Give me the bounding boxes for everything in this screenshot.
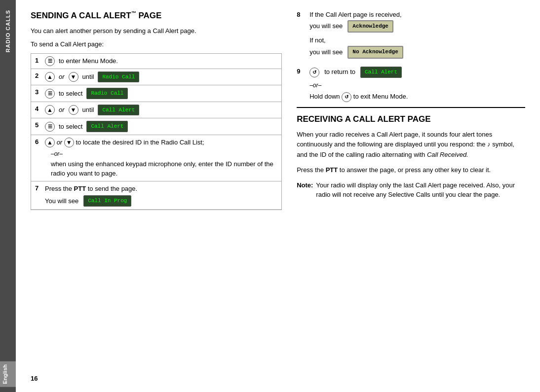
- main-content: SENDING A CALL ALERT™ PAGE You can alert…: [16, 0, 540, 392]
- step-5-text: to select: [59, 122, 82, 132]
- step-9-to-return: to return to: [324, 67, 355, 77]
- arrow-down-icon-6: ▼: [64, 138, 74, 147]
- right-steps: 8 If the Call Alert page is received, yo…: [297, 10, 525, 102]
- call-alert-badge-9: Call Alert: [360, 67, 402, 78]
- arrow-up-icon-4: ▲: [45, 105, 55, 115]
- step-7-inner: Press the PTT to send the page. You will…: [45, 184, 278, 207]
- step-row-2: 2 ▲ or ▼ until Radio Call: [31, 69, 281, 86]
- step-num-5: 5: [31, 118, 42, 132]
- step-num-2: 2: [31, 69, 42, 82]
- step-2-until: until: [82, 72, 94, 82]
- lcd-badge-7: Call In Prog: [83, 195, 131, 207]
- lcd-badge-5: Call Alert: [86, 121, 128, 132]
- sidebar: RADIO CALLS English: [0, 0, 16, 392]
- right-step-content-8: If the Call Alert page is received, you …: [309, 10, 525, 62]
- step-9-line1-row: ↺ to return to Call Alert: [309, 67, 525, 78]
- title-tm: ™: [131, 10, 136, 16]
- step-7-see-label: You will see: [45, 196, 78, 206]
- step-6-or: or: [57, 139, 64, 146]
- step-8-you-will-see-2: you will see: [309, 47, 343, 58]
- step-9-or: –or–: [309, 81, 525, 90]
- step-6-text: to locate the desired ID in the Radio Ca…: [76, 139, 204, 146]
- note-text: Your radio will display only the last Ca…: [316, 180, 525, 200]
- step-6-sub-text: when using the enhanced keypad microphon…: [51, 159, 278, 178]
- acknowledge-badge: Acknowledge: [347, 20, 393, 33]
- sidebar-label: RADIO CALLS: [5, 10, 11, 52]
- step-9-hold-down: Hold down ↺ to exit Menu Mode.: [309, 92, 525, 102]
- step-content-6: ▲ or ▼ to locate the desired ID in the R…: [42, 135, 281, 181]
- step-row-1: 1 ☰ to enter Menu Mode.: [31, 54, 281, 69]
- step-row-5: 5 ☰ to select Call Alert: [31, 118, 281, 135]
- content-columns: SENDING A CALL ALERT™ PAGE You can alert…: [31, 10, 525, 370]
- title-text: SENDING A CALL ALERT: [31, 11, 131, 20]
- step-6-or-line: –or–: [51, 149, 278, 158]
- step-8-line4-row: you will see No Acknowledge: [309, 46, 525, 59]
- step-7-see-row: You will see Call In Prog: [45, 195, 278, 207]
- sidebar-top: RADIO CALLS: [5, 5, 11, 52]
- step-num-1: 1: [31, 54, 42, 67]
- right-step-num-8: 8: [297, 10, 306, 20]
- lcd-badge-2: Radio Call: [98, 71, 139, 83]
- step-2-or: or: [59, 72, 65, 82]
- page-title: SENDING A CALL ALERT™ PAGE: [31, 10, 282, 21]
- right-column: 8 If the Call Alert page is received, yo…: [297, 10, 525, 370]
- step-num-4: 4: [31, 102, 42, 115]
- step-4-until: until: [82, 105, 94, 115]
- step-row-4: 4 ▲ or ▼ until Call Alert: [31, 102, 281, 119]
- right-step-num-9: 9: [297, 67, 306, 77]
- step-content-3: ☰ to select Radio Call: [42, 85, 281, 102]
- arrow-down-icon-2: ▼: [69, 72, 78, 82]
- title-suffix: PAGE: [136, 11, 162, 20]
- arrow-up-icon-6: ▲: [45, 138, 55, 147]
- step-content-1: ☰ to enter Menu Mode.: [42, 54, 281, 69]
- sidebar-bottom-label: English: [0, 361, 16, 387]
- lcd-badge-4: Call Alert: [98, 105, 139, 116]
- no-acknowledge-badge: No Acknowledge: [347, 46, 403, 59]
- arrow-down-icon-4: ▼: [69, 105, 78, 115]
- back-icon-9: ↺: [309, 68, 319, 77]
- back-icon-9b: ↺: [342, 92, 351, 102]
- step-8-line1: If the Call Alert page is received,: [309, 10, 525, 20]
- step-row-3: 3 ☰ to select Radio Call: [31, 85, 281, 102]
- receiving-section-title: RECEIVING A CALL ALERT PAGE: [297, 107, 525, 125]
- step-content-7: Press the PTT to send the page. You will…: [42, 181, 281, 209]
- intro-text-1: You can alert another person by sending …: [31, 26, 282, 36]
- menu-icon-5: ☰: [45, 122, 55, 132]
- arrow-up-icon-2: ▲: [45, 72, 55, 82]
- page-number: 16: [31, 370, 525, 382]
- step-4-or: or: [59, 105, 65, 115]
- step-row-7: 7 Press the PTT to send the page. You wi…: [31, 181, 281, 210]
- step-7-text: Press the PTT to send the page.: [45, 184, 278, 194]
- step-num-6: 6: [31, 135, 42, 148]
- receiving-body-1: When your radio receives a Call Alert pa…: [297, 130, 525, 160]
- step-1-text: to enter Menu Mode.: [59, 56, 118, 66]
- step-content-5: ☰ to select Call Alert: [42, 118, 281, 135]
- note-block: Note: Your radio will display only the l…: [297, 180, 525, 200]
- step-3-text: to select: [59, 89, 82, 99]
- steps-label: To send a Call Alert page:: [31, 39, 282, 49]
- step-content-4: ▲ or ▼ until Call Alert: [42, 102, 281, 118]
- step-row-6: 6 ▲ or ▼ to locate the desired ID in the…: [31, 135, 281, 181]
- lcd-badge-3: Radio Call: [86, 88, 128, 99]
- right-step-row-9: 9 ↺ to return to Call Alert –or– Hold do…: [297, 67, 525, 102]
- menu-icon-1: ☰: [45, 56, 55, 66]
- step-8-line2-row: you will see Acknowledge: [309, 20, 525, 33]
- menu-icon-3: ☰: [45, 89, 55, 99]
- right-step-content-9: ↺ to return to Call Alert –or– Hold down…: [309, 67, 525, 102]
- step-8-you-will-see: you will see: [309, 21, 343, 32]
- step-content-2: ▲ or ▼ until Radio Call: [42, 69, 281, 85]
- right-step-row-8: 8 If the Call Alert page is received, yo…: [297, 10, 525, 62]
- right-body: When your radio receives a Call Alert pa…: [297, 130, 525, 200]
- step-8-if-not: If not,: [309, 36, 525, 46]
- note-label: Note:: [297, 180, 313, 200]
- steps-table: 1 ☰ to enter Menu Mode. 2 ▲ or ▼ until R: [31, 53, 282, 210]
- step-6-sub: –or– when using the enhanced keypad micr…: [45, 149, 278, 178]
- receiving-body-2: Press the PTT to answer the page, or pre…: [297, 165, 525, 176]
- left-column: SENDING A CALL ALERT™ PAGE You can alert…: [31, 10, 282, 370]
- step-num-3: 3: [31, 85, 42, 99]
- step-num-7: 7: [31, 181, 42, 195]
